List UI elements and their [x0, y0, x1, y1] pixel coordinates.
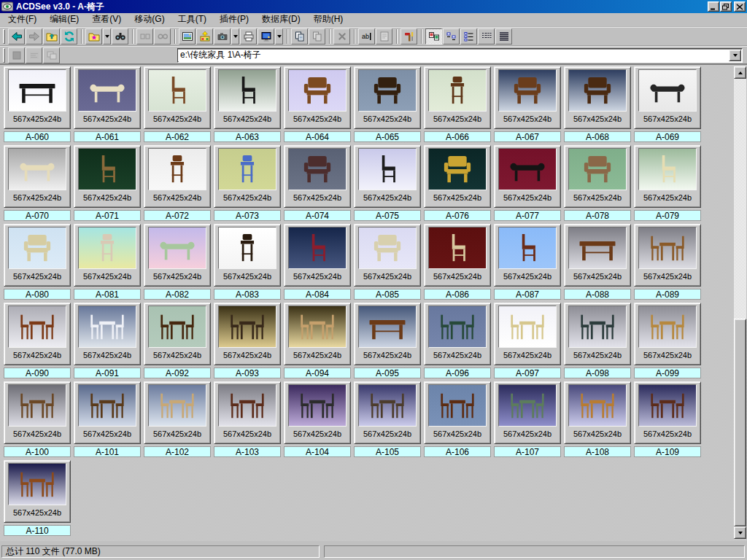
thumbnail-item[interactable]: 567x425x24bA-064 [282, 66, 352, 145]
thumbnail-image[interactable] [568, 148, 627, 190]
thumbnail-filename[interactable]: A-098 [564, 368, 631, 378]
thumbnail-item[interactable]: 567x425x24bA-091 [72, 303, 142, 381]
thumbnail-filename[interactable]: A-110 [4, 525, 71, 536]
thumbnail-item[interactable]: 567x425x24bA-079 [632, 145, 703, 224]
thumbnail-item[interactable]: 567x425x24bA-107 [492, 381, 562, 460]
thumbnail-filename[interactable]: A-092 [144, 368, 211, 378]
thumbnail-item[interactable]: 567x425x24bA-100 [2, 381, 72, 460]
thumbnail-item[interactable]: 567x425x24bA-080 [2, 224, 72, 303]
thumbnail-item[interactable]: 567x425x24bA-088 [562, 224, 632, 303]
thumbnail-filename[interactable]: A-061 [74, 131, 141, 142]
thumbnail-image[interactable] [568, 69, 627, 112]
thumbnail-image[interactable] [358, 306, 417, 348]
thumbnail-image[interactable] [148, 384, 206, 427]
thumbnail-filename[interactable]: A-095 [354, 368, 421, 378]
thumbnail-image[interactable] [148, 69, 206, 112]
thumbnail-item[interactable]: 567x425x24bA-094 [282, 303, 352, 381]
thumbnail-item[interactable]: 567x425x24bA-074 [282, 145, 352, 224]
menu-item[interactable]: 插件(P) [213, 12, 255, 28]
thumbnail-filename[interactable]: A-100 [4, 446, 71, 457]
thumbnail-filename[interactable]: A-077 [494, 210, 561, 221]
thumbnail-item[interactable]: 567x425x24bA-081 [72, 224, 142, 303]
favorites-button[interactable] [85, 28, 102, 44]
path-input[interactable] [178, 50, 728, 61]
thumbnail-image[interactable] [8, 148, 66, 190]
toolbar-grip[interactable] [3, 29, 5, 44]
view-image-button[interactable] [179, 28, 196, 44]
toolbar-grip[interactable] [3, 48, 5, 63]
menu-item[interactable]: 工具(T) [171, 12, 213, 28]
thumbnail-filename[interactable]: A-097 [494, 368, 561, 378]
print-button[interactable] [240, 28, 257, 44]
thumbnail-item[interactable]: 567x425x24bA-106 [422, 381, 492, 460]
thumbnail-filename[interactable]: A-063 [214, 131, 281, 142]
menu-item[interactable]: 帮助(H) [307, 12, 350, 28]
thumbnail-image[interactable] [638, 227, 697, 269]
thumbnail-filename[interactable]: A-108 [564, 446, 631, 457]
thumbnail-filename[interactable]: A-107 [494, 446, 561, 457]
thumbnail-filename[interactable]: A-064 [284, 131, 351, 142]
thumbnail-item[interactable]: 567x425x24bA-099 [632, 303, 703, 381]
thumbnail-image[interactable] [498, 69, 557, 112]
view-small-list-button[interactable] [478, 28, 495, 44]
thumbnail-item[interactable]: 567x425x24bA-101 [72, 381, 142, 460]
thumbnail-image[interactable] [8, 227, 66, 269]
thumbnail-filename[interactable]: A-070 [4, 210, 71, 221]
thumbnail-image[interactable] [428, 69, 487, 112]
thumbnail-item[interactable]: 567x425x24bA-062 [142, 66, 212, 145]
thumbnail-image[interactable] [288, 384, 347, 427]
thumbnail-item[interactable]: 567x425x24bA-105 [352, 381, 422, 460]
thumbnail-image[interactable] [358, 69, 417, 112]
thumbnail-image[interactable] [8, 384, 66, 427]
scroll-up-button[interactable] [734, 66, 746, 79]
thumbnail-item[interactable]: 567x425x24bA-083 [212, 224, 282, 303]
slideshow-button[interactable] [258, 28, 274, 44]
thumbnail-image[interactable] [428, 384, 487, 427]
thumbnail-image[interactable] [358, 227, 417, 269]
view-icons-button[interactable] [443, 28, 460, 44]
thumbnail-item[interactable]: 567x425x24bA-087 [492, 224, 562, 303]
thumbnail-filename[interactable]: A-109 [634, 446, 701, 457]
thumbnail-item[interactable]: 567x425x24bA-063 [212, 66, 282, 145]
menu-item[interactable]: 文件(F) [1, 12, 43, 28]
thumbnail-filename[interactable]: A-090 [4, 368, 71, 378]
thumbnail-filename[interactable]: A-088 [564, 289, 631, 300]
thumbnail-filename[interactable]: A-073 [214, 210, 281, 221]
thumbnail-image[interactable] [568, 227, 627, 269]
vertical-scrollbar[interactable] [734, 66, 746, 539]
thumbnail-item[interactable]: 567x425x24bA-097 [492, 303, 562, 381]
thumbnail-item[interactable]: 567x425x24bA-103 [212, 381, 282, 460]
thumbnail-image[interactable] [8, 69, 66, 112]
thumbnail-image[interactable] [8, 306, 66, 348]
acquire-button[interactable] [214, 28, 231, 44]
copy-button[interactable] [291, 28, 308, 44]
thumbnail-image[interactable] [638, 384, 697, 427]
thumbnail-filename[interactable]: A-093 [214, 368, 281, 378]
thumbnail-filename[interactable]: A-066 [424, 131, 491, 142]
thumbnail-item[interactable]: 567x425x24bA-084 [282, 224, 352, 303]
thumbnail-image[interactable] [358, 384, 417, 427]
thumbnail-image[interactable] [498, 306, 557, 348]
thumbnail-filename[interactable]: A-087 [494, 289, 561, 300]
thumbnail-filename[interactable]: A-062 [144, 131, 211, 142]
thumbnail-item[interactable]: 567x425x24bA-061 [72, 66, 142, 145]
thumbnail-filename[interactable]: A-085 [354, 289, 421, 300]
thumbnail-filename[interactable]: A-081 [74, 289, 141, 300]
menu-item[interactable]: 查看(V) [85, 12, 128, 28]
thumbnail-item[interactable]: 567x425x24bA-071 [72, 145, 142, 224]
thumbnail-image[interactable] [78, 148, 136, 190]
thumbnail-filename[interactable]: A-069 [634, 131, 701, 142]
path-combobox[interactable] [177, 48, 743, 63]
thumbnail-image[interactable] [288, 148, 347, 190]
thumbnail-item[interactable]: 567x425x24bA-068 [562, 66, 632, 145]
thumbnail-filename[interactable]: A-080 [4, 289, 71, 300]
thumbnail-item[interactable]: 567x425x24bA-104 [282, 381, 352, 460]
scroll-down-button[interactable] [734, 526, 746, 539]
thumbnail-image[interactable] [498, 148, 557, 190]
thumbnail-image[interactable] [78, 384, 136, 427]
thumbnail-image[interactable] [358, 148, 417, 190]
slideshow-dropdown-button[interactable] [275, 28, 283, 44]
extract-button[interactable] [196, 28, 213, 44]
thumbnail-item[interactable]: 567x425x24bA-110 [2, 460, 72, 539]
find-button[interactable] [112, 28, 128, 44]
